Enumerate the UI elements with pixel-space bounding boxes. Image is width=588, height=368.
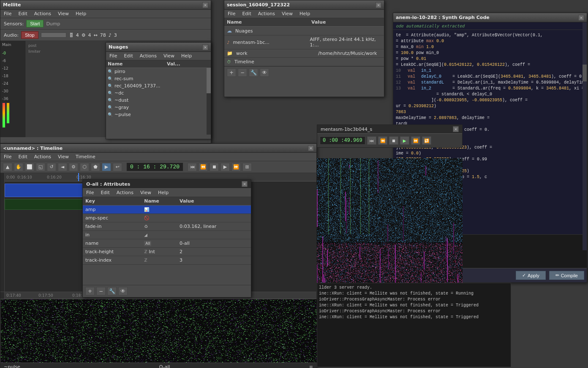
tl-rewind-btn[interactable]: ⏪	[199, 163, 208, 171]
attr-row-trackheight[interactable]: track-height ℤ Int 2	[83, 248, 251, 256]
tl-skip-start-btn[interactable]: ⏮	[188, 163, 197, 171]
tl-loop-btn[interactable]: ↺	[47, 163, 56, 171]
tl-ffwd-btn[interactable]: ⏩	[231, 163, 241, 171]
audio-loop-btn[interactable]: 🔁	[422, 136, 431, 145]
nuages-label-pirro: pirro	[114, 69, 125, 74]
attr-menu-file[interactable]: File	[84, 189, 95, 196]
audio-ffwd-btn[interactable]: ⏩	[411, 136, 420, 145]
menu-actions[interactable]: Actions	[33, 11, 53, 17]
nuages-item-pirro[interactable]: 🔍 pirro	[106, 68, 211, 75]
fadein-icon: ♻	[144, 224, 148, 229]
attributes-close-btn[interactable]: ×	[242, 181, 248, 187]
nuages-menu-edit[interactable]: Edit	[122, 53, 134, 59]
session-remove-btn[interactable]: −	[238, 68, 247, 77]
nuages-item-dust[interactable]: 🔍 ~dust	[106, 97, 211, 104]
session-mentasm-name: mentasm-1bc...	[233, 40, 308, 45]
nuages-col-val: Val...	[167, 61, 209, 67]
tl-zoom-btn[interactable]: ⊞	[242, 163, 252, 171]
nuages-tree: 🔍 pirro 🔍 rec-sum 🔍 rec_160409_1737... 🔍…	[106, 68, 211, 135]
menu-help[interactable]: Help	[74, 11, 88, 17]
tl-menu-file[interactable]: File	[2, 154, 13, 160]
session-menu-file[interactable]: File	[226, 11, 237, 17]
attr-row-fadein[interactable]: fade-in ♻ 0:03.162, linear	[83, 222, 251, 231]
attr-menu-help[interactable]: Help	[156, 189, 170, 196]
attr-row-trackindex[interactable]: track-index ℤ 3	[83, 256, 251, 265]
session-item-nuages[interactable]: ☁ Nuages	[224, 27, 384, 35]
attributes-table: Key Name Value amp 📊 amp-spec 🚫 fade-i	[83, 197, 251, 265]
attr-menu-actions[interactable]: Actions	[115, 189, 135, 196]
nuages-menu-file[interactable]: File	[108, 53, 119, 59]
nuages-close-btn[interactable]: ×	[202, 44, 208, 50]
session-item-timeline[interactable]: ⏱ Timeline	[224, 58, 384, 66]
tl-menu-timeline[interactable]: Timeline	[74, 154, 97, 160]
audio-play-btn[interactable]: ▶	[400, 136, 409, 145]
nuages-icon-pulse: 🔍	[108, 112, 113, 117]
ruler-mark-0: 0:00	[6, 175, 15, 179]
session-tool-btn[interactable]: 🔧	[249, 68, 258, 77]
tl-back-btn[interactable]: ◄	[58, 163, 67, 171]
nuages-menu-help[interactable]: Help	[180, 53, 193, 59]
volume-slider[interactable]	[41, 32, 66, 38]
attr-row-in[interactable]: in ◢	[83, 231, 251, 239]
attr-menu-view[interactable]: View	[139, 189, 153, 196]
attr-tool-btn[interactable]: 🔧	[107, 287, 117, 295]
attr-remove-btn[interactable]: −	[96, 287, 106, 295]
session-item-work[interactable]: 📁 work /home/hhrutz/Music/work	[224, 49, 384, 58]
attr-row-amp[interactable]: amp 📊	[83, 206, 251, 214]
nuages-scrollbar[interactable]	[207, 68, 211, 135]
tl-cursor-btn[interactable]: ▲	[3, 163, 12, 171]
nuages-menu-view[interactable]: View	[162, 53, 176, 59]
mentasm-bar-header: mentasm-1bc3b044_s ×	[317, 125, 462, 134]
tl-menu-edit[interactable]: Edit	[16, 154, 29, 160]
compile-button[interactable]: ✏ Compile	[549, 271, 584, 280]
menu-view[interactable]: View	[56, 11, 71, 17]
synth-close-btn[interactable]: ×	[578, 15, 584, 21]
tl-hand-btn[interactable]: ✋	[14, 163, 23, 171]
tl-fade-btn[interactable]: ⬟	[91, 163, 100, 171]
nuages-menu-actions[interactable]: Actions	[138, 53, 158, 59]
audio-skip-start-btn[interactable]: ⏮	[367, 136, 376, 145]
attr-menu-edit[interactable]: Edit	[99, 189, 111, 196]
session-menu-edit[interactable]: Edit	[240, 11, 253, 17]
tl-undo-btn[interactable]: ↩	[113, 163, 122, 171]
mentasm-bar-close[interactable]: ×	[453, 126, 459, 132]
mellite-close-btn[interactable]: ×	[202, 2, 208, 8]
session-item-mentasm[interactable]: ♪ mentasm-1bc... AIFF, stereo 24-int 44.…	[224, 35, 384, 49]
stop-button[interactable]: Stop	[21, 31, 38, 39]
tl-hex-btn[interactable]: ⬡	[80, 163, 89, 171]
session-menu-view[interactable]: View	[280, 11, 294, 17]
tl-settings-btn[interactable]: ⚙	[69, 163, 78, 171]
audio-stop-btn[interactable]: ⏹	[389, 136, 398, 145]
tl-patch-btn[interactable]: ◱	[36, 163, 45, 171]
attr-row-ampspec[interactable]: amp-spec 🚫	[83, 214, 251, 222]
audio-rewind-btn[interactable]: ⏪	[378, 136, 387, 145]
tl-menu-view[interactable]: View	[56, 154, 71, 160]
attr-add-btn[interactable]: +	[85, 287, 95, 295]
nuages-item-recsum[interactable]: 🔍 rec-sum	[106, 75, 211, 82]
session-add-btn[interactable]: +	[227, 68, 236, 77]
tl-select-btn[interactable]: ⬜	[25, 163, 34, 171]
nuages-item-dc[interactable]: 🔍 ~dc	[106, 89, 211, 97]
start-button[interactable]: Start	[26, 20, 44, 27]
console-area[interactable]: llder 3 server ready. ine::XRun: client …	[317, 283, 511, 367]
nuages-window: Nuages × File Edit Actions View Help Nam…	[106, 42, 211, 139]
nuages-item-gray[interactable]: 🔍 ~gray	[106, 104, 211, 111]
tl-play-btn[interactable]: ▶	[102, 163, 111, 171]
session-menu-help[interactable]: Help	[298, 11, 312, 17]
attr-row-name[interactable]: name All 0-all	[83, 239, 251, 248]
apply-button[interactable]: ✓ Apply	[516, 271, 546, 280]
synth-scrollbar[interactable]	[583, 22, 587, 250]
attr-eye-btn[interactable]: 👁	[118, 287, 128, 295]
session-eye-btn[interactable]: 👁	[260, 68, 269, 77]
session-window: session_160409_172322 × File Edit Action…	[224, 0, 384, 97]
session-menu-actions[interactable]: Actions	[256, 11, 277, 17]
menu-edit[interactable]: Edit	[16, 11, 29, 17]
tl-play-transport-btn[interactable]: ▶	[220, 163, 230, 171]
tl-menu-actions[interactable]: Actions	[33, 154, 53, 160]
nuages-item-rec160409[interactable]: 🔍 rec_160409_1737...	[106, 82, 211, 89]
timeline-close-btn[interactable]: ×	[308, 145, 314, 151]
nuages-item-pulse[interactable]: 🔍 ~pulse	[106, 111, 211, 118]
session-close-btn[interactable]: ×	[376, 2, 381, 8]
menu-file[interactable]: File	[2, 11, 13, 17]
tl-stop-transport-btn[interactable]: ⏹	[210, 163, 219, 171]
